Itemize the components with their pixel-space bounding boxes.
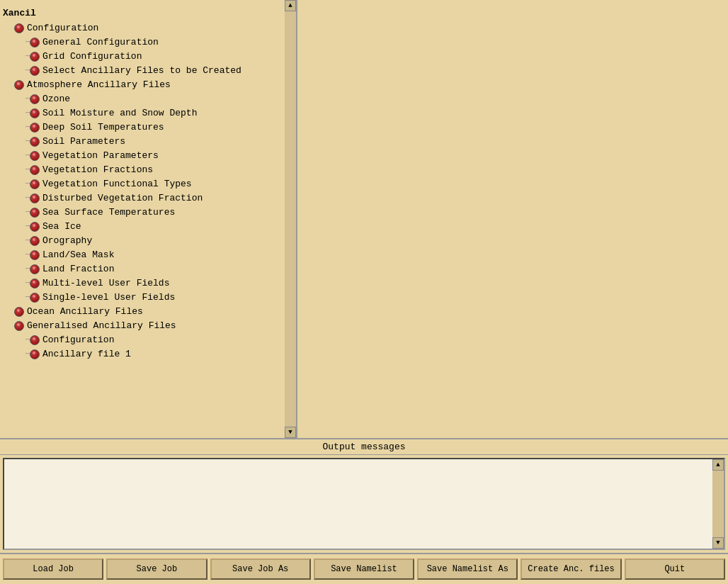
scroll-down-arrow[interactable]: ▼ [285,427,296,438]
node-icon [30,94,40,104]
right-panel [297,0,728,438]
tree-label: Vegetation Fractions [42,164,153,176]
tree-label: General Configuration [42,36,159,49]
node-icon [30,279,40,288]
node-icon [30,137,40,147]
node-icon [14,23,24,33]
main-area: Xancil Configuration General Configurati… [0,0,728,438]
node-icon [30,264,40,274]
load-job-button[interactable]: Load Job [3,558,103,580]
save-job-as-button[interactable]: Save Job As [210,558,311,580]
tree-item-sea-surface-temp[interactable]: Sea Surface Temperatures [3,206,282,220]
tree-item-sea-ice[interactable]: Sea Ice [3,220,282,234]
tree-item-land-fraction[interactable]: Land Fraction [3,262,282,276]
tree-item-atmosphere-ancillary[interactable]: Atmosphere Ancillary Files [3,78,282,92]
output-label: Output messages [0,439,728,455]
node-icon [30,151,40,161]
node-icon [30,349,40,359]
tree-label: Disturbed Vegetation Fraction [42,192,203,205]
node-icon [30,165,40,175]
tree-label: Single-level User Fields [42,291,175,304]
node-icon [30,179,40,189]
root-label: Xancil [3,7,36,20]
tree-item-veg-functional[interactable]: Vegetation Functional Types [3,177,282,191]
tree-item-multi-level[interactable]: Multi-level User Fields [3,276,282,291]
button-bar: Load Job Save Job Save Job As Save Namel… [0,553,728,584]
tree-item-veg-params[interactable]: Vegetation Parameters [3,149,282,163]
tree-label: Configuration [27,22,98,35]
tree-item-select-ancillary[interactable]: Select Ancillary Files to be Created [3,64,282,78]
tree-label: Select Ancillary Files to be Created [42,64,241,77]
tree-label: Grid Configuration [42,50,142,63]
output-scroll-track[interactable] [712,471,724,537]
tree-label: Generalised Ancillary Files [27,320,176,332]
tree-label: Land Fraction [42,263,114,276]
node-icon [30,236,40,246]
tree-label: Ozone [42,93,70,106]
output-area: ▲ ▼ [3,458,725,550]
scroll-track[interactable] [285,11,296,427]
save-job-button[interactable]: Save Job [106,558,207,580]
save-namelist-button[interactable]: Save Namelist [314,558,414,580]
tree-label: Ocean Ancillary Files [27,305,143,318]
node-icon [30,208,40,218]
output-scrollbar[interactable]: ▲ ▼ [712,459,724,549]
tree-label: Vegetation Functional Types [42,178,192,191]
tree-root[interactable]: Xancil [3,6,282,21]
tree-item-disturbed-veg[interactable]: Disturbed Vegetation Fraction [3,191,282,206]
tree-label: Orography [42,235,92,247]
node-icon [30,108,40,118]
node-icon [30,52,40,62]
tree-item-soil-params[interactable]: Soil Parameters [3,135,282,149]
tree-item-ancillary-file-1[interactable]: Ancillary file 1 [3,347,282,361]
tree-item-general-config[interactable]: General Configuration [3,35,282,50]
tree-label: Sea Surface Temperatures [42,206,175,219]
node-icon [30,222,40,232]
tree-label: Multi-level User Fields [42,277,169,290]
tree-item-land-sea-mask[interactable]: Land/Sea Mask [3,248,282,262]
tree-label: Land/Sea Mask [42,249,114,262]
tree-label: Atmosphere Ancillary Files [27,79,171,91]
create-anc-files-button[interactable]: Create Anc. files [521,558,621,580]
node-icon [30,250,40,260]
save-namelist-as-button[interactable]: Save Namelist As [417,558,518,580]
node-icon [30,66,40,76]
node-icon [14,307,24,317]
node-icon [30,123,40,133]
tree-label: Soil Moisture and Snow Depth [42,107,197,120]
scroll-up-arrow[interactable]: ▲ [285,0,296,11]
tree-item-single-level[interactable]: Single-level User Fields [3,291,282,305]
tree-label: Configuration [42,334,114,347]
tree-label: Soil Parameters [42,135,125,148]
tree-label: Sea Ice [42,220,81,233]
tree-label: Deep Soil Temperatures [42,121,164,134]
tree-item-configuration[interactable]: Configuration [3,21,282,35]
tree-item-veg-fractions[interactable]: Vegetation Fractions [3,163,282,177]
tree-item-grid-config[interactable]: Grid Configuration [3,50,282,64]
node-icon [14,321,24,331]
tree-item-orography[interactable]: Orography [3,234,282,248]
tree-item-gen-configuration[interactable]: Configuration [3,333,282,347]
quit-button[interactable]: Quit [625,558,725,580]
tree-scrollbar[interactable]: ▲ ▼ [285,0,296,438]
tree-item-ozone[interactable]: Ozone [3,92,282,106]
tree-panel: Xancil Configuration General Configurati… [0,0,297,438]
output-scroll-up[interactable]: ▲ [712,459,724,471]
tree-label: Vegetation Parameters [42,150,159,162]
node-icon [30,193,40,203]
node-icon [30,38,40,47]
tree-item-generalised-ancillary[interactable]: Generalised Ancillary Files [3,319,282,333]
output-scroll-down[interactable]: ▼ [712,537,724,549]
tree-content: Xancil Configuration General Configurati… [0,0,296,438]
bottom-section: Output messages ▲ ▼ Load Job Save Job Sa… [0,438,728,584]
tree-item-soil-moisture[interactable]: Soil Moisture and Snow Depth [3,106,282,120]
node-icon [30,293,40,303]
tree-label: Ancillary file 1 [42,348,131,361]
tree-item-deep-soil-temp[interactable]: Deep Soil Temperatures [3,120,282,135]
node-icon [30,335,40,345]
tree-item-ocean-ancillary[interactable]: Ocean Ancillary Files [3,305,282,319]
node-icon [14,80,24,90]
